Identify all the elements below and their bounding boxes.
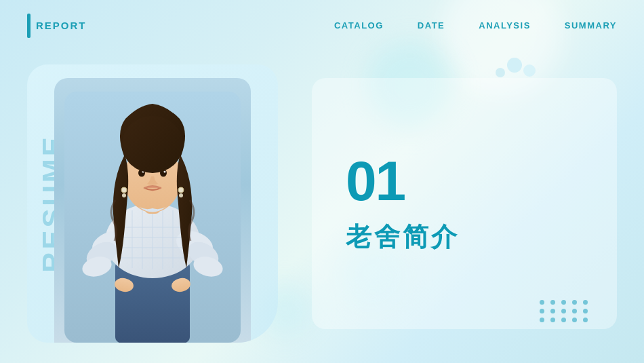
dot-3 — [561, 300, 566, 305]
dot-1 — [540, 300, 544, 305]
dot-8 — [561, 309, 566, 313]
dot-14 — [572, 318, 577, 322]
logo-text: REPORT — [36, 20, 87, 31]
svg-point-27 — [122, 193, 126, 197]
dot-15 — [583, 318, 588, 322]
svg-point-28 — [178, 187, 184, 193]
section-subtitle: 老舍简介 — [346, 220, 583, 254]
main-content: RESUME — [0, 51, 644, 363]
dot-4 — [572, 300, 577, 305]
nav-summary[interactable]: SUMMARY — [565, 20, 617, 31]
dot-5 — [583, 300, 588, 305]
logo: REPORT — [27, 14, 87, 38]
dot-9 — [572, 309, 577, 313]
logo-bar-icon — [27, 14, 31, 38]
left-card: RESUME — [27, 64, 278, 343]
dot-13 — [561, 318, 566, 322]
content-card: 01 老舍简介 — [312, 78, 617, 329]
svg-point-26 — [121, 187, 127, 193]
dot-12 — [550, 318, 555, 322]
dot-6 — [540, 309, 544, 313]
nav-date[interactable]: DATE — [418, 20, 445, 31]
dot-10 — [583, 309, 588, 313]
person-illustration — [64, 92, 241, 343]
svg-point-25 — [122, 116, 183, 173]
nav-catalog[interactable]: CATALOG — [334, 20, 384, 31]
header-nav: CATALOG DATE ANALYSIS SUMMARY — [334, 20, 617, 31]
right-content: 01 老舍简介 — [298, 64, 617, 343]
svg-point-24 — [164, 171, 166, 173]
dot-11 — [540, 318, 544, 322]
person-photo — [54, 78, 251, 343]
dot-2 — [550, 300, 555, 305]
section-number: 01 — [346, 153, 583, 209]
nav-analysis[interactable]: ANALYSIS — [479, 20, 531, 31]
dot-7 — [550, 309, 555, 313]
dot-grid — [540, 300, 590, 322]
svg-point-29 — [179, 193, 183, 197]
header: REPORT CATALOG DATE ANALYSIS SUMMARY — [0, 0, 644, 51]
